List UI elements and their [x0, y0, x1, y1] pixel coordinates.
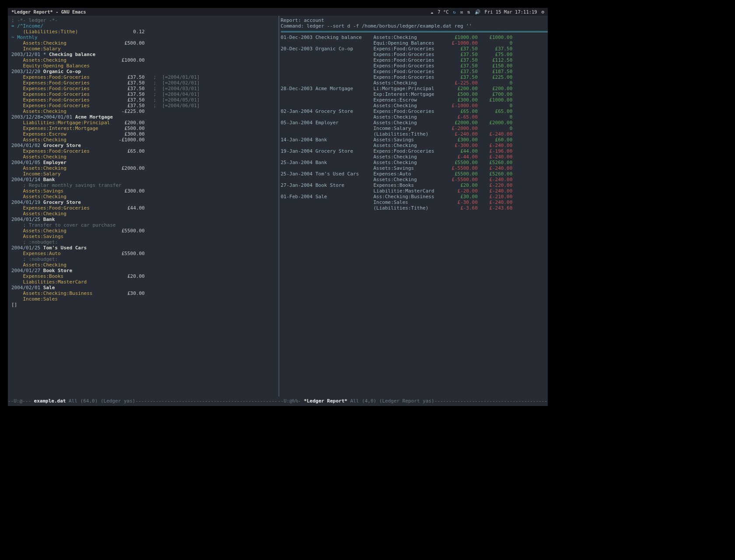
source-line: (Liabilities:Tithe) 0.12: [11, 29, 275, 35]
source-line: 2004/01/02 Grocery Store: [11, 143, 275, 148]
report-row: 14-Jan-2004 Bank Assets:Savings £300.00 …: [281, 137, 545, 143]
source-line: Expenses:Food:Groceries £37.50 ; [=2004/…: [11, 91, 275, 97]
refresh-icon[interactable]: ↻: [453, 8, 456, 16]
report-row: Expens:Food:Groceries £37.50 £225.00: [281, 74, 545, 80]
source-line: 2004/01/19 Grocery Store: [11, 200, 275, 205]
source-line: Expenses:Food:Groceries £37.50 ; [=2004/…: [11, 80, 275, 86]
modeline-left: --U:@--- example.dat All (64,0) (Ledger …: [8, 396, 278, 406]
datetime: Fri 15 Mar 17:11:19: [485, 8, 537, 16]
mail-icon[interactable]: ✉: [460, 8, 463, 16]
ledger-report-buffer[interactable]: Report: accountCommand: ledger --sort d …: [279, 16, 548, 396]
editor-area: ; -*- ledger -*-= /^Income/ (Liabilities…: [8, 16, 548, 396]
titlebar: *Ledger Report* - GNU Emacs ☁ 7 °C ↻ ✉ ⇅…: [8, 8, 548, 16]
report-row: Expens:Food:Groceries £37.50 £187.50: [281, 69, 545, 74]
weather-icon: ☁: [430, 8, 433, 16]
source-line: Assets:Checking -£1000.00: [11, 137, 275, 143]
source-line: 2003/12/01 * Checking balance: [11, 52, 275, 57]
source-line: ; Transfer to cover car purchase: [11, 222, 275, 228]
report-row: (Liabilities:Tithe) £-240.00 £-240.00: [281, 131, 545, 137]
report-row: Assets:Checking £-1000.00 0: [281, 103, 545, 108]
source-line: 2004/02/01 Sale: [11, 285, 275, 290]
source-line: ; :nobudget:: [11, 239, 275, 245]
source-line: Liabilities:Mortgage:Principal £200.00: [11, 120, 275, 126]
source-line: Assets:Checking £500.00: [11, 40, 275, 46]
report-row: Assets:Checking £-44.00 £-240.00: [281, 154, 545, 160]
report-row: 27-Jan-2004 Book Store Expenses:Books £2…: [281, 182, 545, 188]
report-row: (Liabilities:Tithe) £-3.60 £-243.60: [281, 205, 545, 211]
source-line: 2004/01/05 Employer: [11, 160, 275, 165]
source-line: Income:Salary: [11, 46, 275, 52]
source-line: Expenses:Food:Groceries £37.50 ; [=2004/…: [11, 97, 275, 103]
source-line: ; Regular monthly savings transfer: [11, 182, 275, 188]
source-line: Expenses:Food:Groceries £65.00: [11, 148, 275, 154]
source-line: ; -*- ledger -*-: [11, 18, 275, 23]
modeline-bar: --U:@--- example.dat All (64,0) (Ledger …: [8, 396, 548, 406]
source-line: Assets:Savings £300.00: [11, 188, 275, 194]
report-row: 25-Jan-2004 Tom's Used Cars Expenses:Aut…: [281, 171, 545, 177]
source-line: Expenses:Food:Groceries £37.50 ; [=2004/…: [11, 74, 275, 80]
source-line: 2004/01/25 Tom's Used Cars: [11, 245, 275, 251]
settings-icon[interactable]: ⚙: [542, 8, 544, 16]
source-line: Expenses:Escrow £300.00: [11, 131, 275, 137]
source-line: Assets:Checking £5500.00: [11, 228, 275, 234]
report-row: Assets:Savings £-5500.00 £-240.00: [281, 165, 545, 171]
source-line: Income:Salary: [11, 171, 275, 177]
source-line: 2004/01/25 Bank: [11, 217, 275, 222]
source-line: Expenses:Food:Groceries £37.50 ; [=2004/…: [11, 86, 275, 91]
report-row: Assets:Checking £-5500.00 £-240.00: [281, 177, 545, 182]
emacs-frame: *Ledger Report* - GNU Emacs ☁ 7 °C ↻ ✉ ⇅…: [8, 8, 548, 406]
source-line: Assets:Checking: [11, 154, 275, 160]
report-row: Liabilitie:MasterCard £-20.00 £-240.00: [281, 188, 545, 194]
source-line: Assets:Checking:Business £30.00: [11, 290, 275, 296]
weather-text: 7 °C: [438, 8, 448, 16]
source-line: 2004/01/14 Bank: [11, 177, 275, 182]
source-line: Assets:Checking £1000.00: [11, 57, 275, 63]
report-row: Assets:Checking £-65.00 0: [281, 114, 545, 120]
report-row: 20-Dec-2003 Organic Co-op Expens:Food:Gr…: [281, 46, 545, 52]
report-row: 28-Dec-2003 Acme Mortgage Li:Mortgage:Pr…: [281, 86, 545, 91]
report-row: Exp:Interest:Mortgage £500.00 £700.00: [281, 91, 545, 97]
source-line: Assets:Savings: [11, 234, 275, 239]
source-line: 2003/12/28=2004/01/01 Acme Mortgage: [11, 114, 275, 120]
source-line: Assets:Checking: [11, 194, 275, 200]
report-row: Expens:Food:Groceries £37.50 £150.00: [281, 63, 545, 69]
source-line: Assets:Checking £2000.00: [11, 165, 275, 171]
volume-icon[interactable]: 🔊: [475, 8, 480, 16]
source-line: ~ Monthly: [11, 35, 275, 40]
report-divider: ========================================…: [281, 29, 545, 35]
source-line: Equity:Opening Balances: [11, 63, 275, 69]
report-row: 25-Jan-2004 Bank Assets:Checking £5500.0…: [281, 160, 545, 165]
panel-tray: ☁ 7 °C ↻ ✉ ⇅ 🔊 Fri 15 Mar 17:11:19 ⚙: [430, 8, 544, 16]
report-row: 05-Jan-2004 Employer Assets:Checking £20…: [281, 120, 545, 126]
report-row: Assets:Checking £-225.00 0: [281, 80, 545, 86]
source-line: ; :nobudget:: [11, 256, 275, 262]
source-line: Expenses:Food:Groceries £37.50 ; [=2004/…: [11, 103, 275, 108]
report-row: Income:Salary £-2000.00 0: [281, 126, 545, 131]
report-row: Equi:Opening Balances £-1000.00 0: [281, 40, 545, 46]
source-line: Liabilities:MasterCard: [11, 279, 275, 285]
report-command: Command: ledger --sort d -f /home/borbus…: [281, 23, 545, 29]
report-row: 19-Jan-2004 Grocery Store Expens:Food:Gr…: [281, 148, 545, 154]
source-line: 2004/01/27 Book Store: [11, 268, 275, 273]
source-line: Expenses:Auto £5500.00: [11, 251, 275, 256]
source-line: Expenses:Food:Groceries £44.00: [11, 205, 275, 211]
source-line: 2003/12/20 Organic Co-op: [11, 69, 275, 74]
source-line: Expenses:Interest:Mortgage £500.00: [11, 126, 275, 131]
ledger-source-buffer[interactable]: ; -*- ledger -*-= /^Income/ (Liabilities…: [8, 16, 279, 396]
report-row: 02-Jan-2004 Grocery Store Expens:Food:Gr…: [281, 108, 545, 114]
report-row: 01-Feb-2004 Sale Ass:Checking:Business £…: [281, 194, 545, 200]
report-row: Expens:Food:Groceries £37.50 £75.00: [281, 52, 545, 57]
report-row: Expens:Food:Groceries £37.50 £112.50: [281, 57, 545, 63]
report-row: 01-Dec-2003 Checking balance Assets:Chec…: [281, 35, 545, 40]
source-line: Expenses:Books £20.00: [11, 273, 275, 279]
report-row: Expenses:Escrow £300.00 £1000.00: [281, 97, 545, 103]
report-title: Report: account: [281, 18, 545, 23]
source-line: Assets:Checking -£225.00: [11, 108, 275, 114]
source-line: Assets:Checking: [11, 262, 275, 268]
source-line: = /^Income/: [11, 23, 275, 29]
report-row: Income:Sales £-30.00 £-240.00: [281, 200, 545, 205]
source-line: Income:Sales: [11, 296, 275, 302]
source-line: []: [11, 302, 275, 308]
network-icon[interactable]: ⇅: [467, 8, 470, 16]
source-line: Assets:Checking: [11, 211, 275, 217]
